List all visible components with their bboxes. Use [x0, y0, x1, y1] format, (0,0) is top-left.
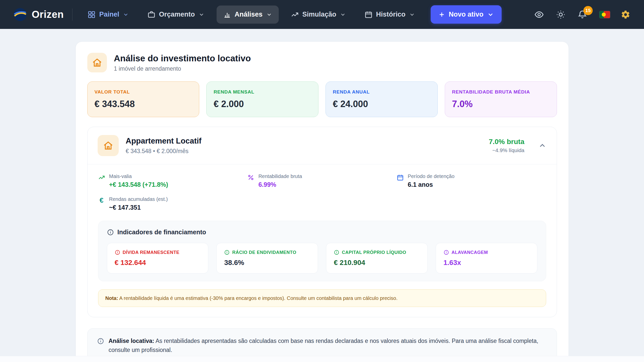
card-header: Análise do investimento locativo 1 imóve…: [87, 53, 557, 72]
alert-circle-icon: [334, 250, 339, 255]
stats-row: VALOR TOTAL € 343.548 RENDA MENSAL € 2.0…: [87, 81, 557, 117]
fin-card-racio: RÁCIO DE ENDIVIDAMENTO 38.6%: [216, 243, 318, 274]
main-nav: Painel Orçamento Análises: [81, 5, 501, 24]
nav-item-label: Painel: [99, 11, 119, 18]
chevron-down-icon: [198, 12, 205, 18]
orizen-logo-icon: [13, 8, 27, 22]
chevron-down-icon: [123, 12, 129, 18]
nav-item-analises[interactable]: Análises: [217, 6, 279, 24]
brand-name: Orizen: [32, 9, 64, 20]
stat-value: € 2.000: [214, 99, 311, 109]
note-label: Nota:: [105, 295, 118, 301]
wallet-icon: [147, 11, 155, 19]
net-yield: ~4.9% líquida: [489, 147, 525, 153]
stat-label: VALOR TOTAL: [95, 89, 192, 95]
metric-label: Mais-valia: [109, 173, 168, 179]
alert-circle-icon: [115, 250, 120, 255]
trend-up-icon: [98, 174, 105, 181]
notification-badge: 15: [583, 6, 593, 15]
top-nav: Orizen Painel Orçamento Anális: [0, 0, 644, 29]
house-icon: [98, 135, 119, 156]
metric-periodo-detencao: Período de detenção 6.1 anos: [397, 173, 546, 188]
nav-item-label: Análises: [235, 11, 263, 18]
fin-card-divida: DÍVIDA REMANESCENTE € 132.644: [107, 243, 209, 274]
stat-label: RENDA ANUAL: [333, 89, 430, 95]
property-metrics: Mais-valia +€ 143.548 (+71.8%) Rentabili…: [88, 164, 557, 213]
fin-card-capital: CAPITAL PRÓPRIO LÍQUIDO € 210.904: [326, 243, 428, 274]
chevron-down-icon: [266, 12, 272, 18]
nav-item-label: Orçamento: [159, 11, 195, 18]
chevron-down-icon: [409, 12, 415, 18]
notifications-bell-icon[interactable]: 15: [578, 10, 588, 20]
property-name: Appartement Locatif: [126, 137, 482, 146]
chevron-down-icon: [487, 11, 494, 18]
portugal-flag-icon[interactable]: [599, 10, 609, 20]
property-header[interactable]: Appartement Locatif € 343.548 • € 2.000/…: [88, 127, 557, 164]
nav-item-historico[interactable]: Histórico: [358, 6, 422, 24]
nav-item-label: Histórico: [376, 11, 406, 18]
dashboard-grid-icon: [88, 11, 96, 19]
footer-bar: [0, 356, 644, 362]
financing-section: Indicadores de financiamento DÍVIDA REMA…: [98, 221, 546, 281]
stat-label: RENDA MENSAL: [214, 89, 311, 95]
new-asset-button[interactable]: Novo ativo: [431, 5, 502, 24]
brand[interactable]: Orizen: [13, 8, 64, 22]
financing-title: Indicadores de financiamento: [117, 229, 206, 236]
fin-value: 38.6%: [224, 259, 310, 267]
disclaimer-text: As rentabilidades apresentadas são calcu…: [109, 338, 538, 353]
metric-label: Rendas acumuladas (est.): [109, 196, 168, 202]
fin-value: € 210.904: [334, 259, 420, 267]
metric-mais-valia: Mais-valia +€ 143.548 (+71.8%): [98, 173, 248, 188]
property-card: Appartement Locatif € 343.548 • € 2.000/…: [87, 127, 557, 317]
fin-value: € 132.644: [115, 259, 201, 267]
chevron-up-icon: [538, 141, 547, 150]
nav-divider: [72, 9, 72, 21]
house-icon: [87, 53, 107, 72]
percent-icon: [247, 174, 254, 181]
stat-card-rentabilidade: RENTABILIDADE BRUTA MÉDIA 7.0%: [445, 81, 557, 117]
collapse-button[interactable]: [538, 141, 547, 150]
metric-value: 6.1 anos: [408, 181, 455, 188]
fin-label: CAPITAL PRÓPRIO LÍQUIDO: [342, 250, 406, 255]
page-subtitle: 1 imóvel de arrendamento: [114, 65, 251, 72]
settings-gear-icon[interactable]: [621, 10, 631, 20]
nav-item-label: Simulação: [302, 11, 336, 18]
metric-value: +€ 143.548 (+71.8%): [109, 181, 168, 188]
nav-item-painel[interactable]: Painel: [81, 6, 135, 24]
property-summary: € 343.548 • € 2.000/mês: [126, 148, 482, 155]
note-text: A rentabilidade líquida é uma estimativa…: [119, 295, 397, 301]
fin-label: ALAVANCAGEM: [452, 250, 488, 255]
bar-chart-icon: [223, 11, 231, 19]
new-asset-label: Novo ativo: [449, 11, 484, 18]
stat-value: € 343.548: [95, 99, 192, 109]
metric-rendas-acumuladas: € Rendas acumuladas (est.) ~€ 147.351: [98, 196, 248, 211]
metric-value: ~€ 147.351: [109, 204, 168, 211]
note-banner: Nota: A rentabilidade líquida é uma esti…: [98, 289, 546, 307]
fin-label: DÍVIDA REMANESCENTE: [123, 250, 180, 255]
calendar-icon: [397, 174, 404, 181]
main-content: Análise do investimento locativo 1 imóve…: [0, 29, 644, 362]
nav-item-simulacao[interactable]: Simulação: [284, 6, 352, 24]
fin-card-alavancagem: ALAVANCAGEM 1.63x: [436, 243, 537, 274]
fin-value: 1.63x: [444, 259, 530, 267]
nav-item-orcamento[interactable]: Orçamento: [141, 6, 211, 24]
metric-rentabilidade-bruta: Rentabilidade bruta 6.99%: [247, 173, 397, 188]
euro-icon: €: [98, 197, 105, 204]
stat-label: RENTABILIDADE BRUTA MÉDIA: [452, 89, 550, 95]
trend-up-icon: [291, 11, 299, 19]
page-title: Análise do investimento locativo: [114, 53, 251, 63]
stat-value: 7.0%: [452, 99, 550, 109]
fin-label: RÁCIO DE ENDIVIDAMENTO: [232, 250, 296, 255]
eye-icon[interactable]: [534, 10, 544, 20]
gross-yield: 7.0% bruta: [489, 138, 525, 146]
stat-value: € 24.000: [333, 99, 430, 109]
disclaimer-label: Análise locativa:: [109, 338, 154, 344]
chevron-down-icon: [340, 12, 346, 18]
light-mode-icon[interactable]: [556, 10, 566, 20]
stat-card-renda-anual: RENDA ANUAL € 24.000: [326, 81, 438, 117]
calendar-icon: [365, 11, 373, 19]
stat-card-valor-total: VALOR TOTAL € 343.548: [87, 81, 199, 117]
info-icon: [97, 337, 104, 345]
stat-card-renda-mensal: RENDA MENSAL € 2.000: [206, 81, 318, 117]
metric-label: Período de detenção: [408, 173, 455, 179]
